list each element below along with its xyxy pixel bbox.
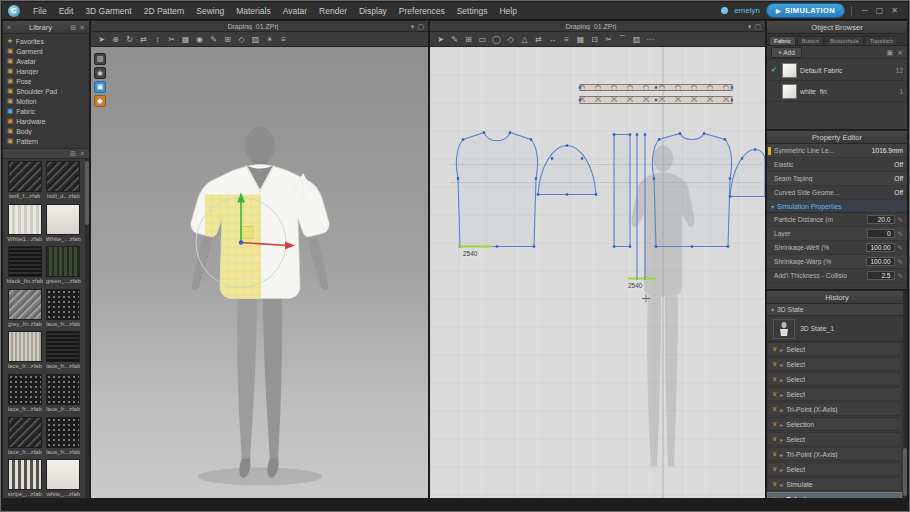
3d-state-item[interactable]: 3D State_1 bbox=[767, 316, 907, 342]
2d-pattern-canvas[interactable] bbox=[430, 47, 765, 498]
grading-tool-icon[interactable]: ≡ bbox=[560, 33, 573, 45]
grid-view-icon[interactable]: ⊞ bbox=[221, 33, 234, 45]
menu-item-sewing[interactable]: Sewing bbox=[190, 4, 230, 18]
library-scrollbar[interactable] bbox=[85, 159, 89, 498]
menu-item-2d-pattern[interactable]: 2D Pattern bbox=[138, 4, 191, 18]
property-row-shrinkage-weft[interactable]: Shrinkage-Weft (%100.00✎ bbox=[767, 241, 907, 255]
history-row[interactable]: ∨▸Select bbox=[767, 357, 902, 371]
history-row[interactable]: ∨▸Select bbox=[767, 462, 902, 476]
pin-tool-icon[interactable]: ◇ bbox=[235, 33, 248, 45]
3d-scene[interactable] bbox=[91, 47, 428, 498]
menu-item-edit[interactable]: Edit bbox=[53, 4, 80, 18]
camera-view-icon[interactable]: ◉ bbox=[193, 33, 206, 45]
tab-topstitch[interactable]: Topstitch bbox=[865, 36, 899, 45]
texture-view-icon[interactable]: ▨ bbox=[249, 33, 262, 45]
property-row-seam-taping[interactable]: Seam TapingOff bbox=[767, 172, 907, 186]
fabric-swatch[interactable]: White_...zfab bbox=[45, 204, 83, 245]
pin-panel-icon[interactable]: ⊞ bbox=[70, 24, 76, 31]
tab-fabric[interactable]: Fabric bbox=[769, 36, 796, 45]
history-row[interactable]: ∨▸Select bbox=[767, 342, 902, 356]
transform-pattern-icon[interactable]: ➤ bbox=[434, 33, 447, 45]
library-item-pattern[interactable]: ▣Pattern bbox=[3, 136, 89, 146]
rotate-gizmo-icon[interactable]: ↻ bbox=[123, 33, 136, 45]
property-row-symmetric-line-le[interactable]: Symmetric Line Le...1016.9mm bbox=[767, 144, 907, 158]
history-row[interactable]: ∨▸Select bbox=[767, 387, 902, 401]
library-item-garment[interactable]: ▣Garment bbox=[3, 46, 89, 56]
fabric-item-white-fin[interactable]: ✔white_fin1 bbox=[769, 81, 905, 102]
fabric-swatch[interactable]: white_...zfab bbox=[45, 459, 83, 498]
menu-item-avatar[interactable]: Avatar bbox=[277, 4, 313, 18]
pan-tool-icon[interactable]: ↕ bbox=[151, 33, 164, 45]
add-fabric-button[interactable]: + Add bbox=[771, 47, 802, 58]
viewport-float-icon[interactable]: ▢ bbox=[754, 23, 761, 30]
property-row-elastic[interactable]: ElasticOff bbox=[767, 158, 907, 172]
fabric-swatch[interactable]: stripe_...zfab bbox=[6, 459, 44, 498]
circle-tool-icon[interactable]: ◯ bbox=[490, 33, 503, 45]
delete-fabric-icon[interactable]: ✕ bbox=[897, 49, 903, 56]
simulation-button[interactable]: ▶ SIMULATION bbox=[766, 3, 845, 18]
more-tools-icon[interactable]: ≡ bbox=[277, 33, 290, 45]
tab-button[interactable]: Button bbox=[797, 36, 824, 45]
maximize-icon[interactable]: ▢ bbox=[872, 6, 888, 15]
menu-item-materials[interactable]: Materials bbox=[230, 4, 276, 18]
rectangle-tool-icon[interactable]: ▭ bbox=[476, 33, 489, 45]
cut-tool-icon[interactable]: ✂ bbox=[602, 33, 615, 45]
menu-item-help[interactable]: Help bbox=[493, 4, 522, 18]
texture-tool-icon[interactable]: ▨ bbox=[630, 33, 643, 45]
fabric-swatch[interactable]: twill_d...zfab bbox=[45, 161, 83, 202]
history-row[interactable]: ∨▸Select bbox=[767, 432, 902, 446]
scrollbar-thumb[interactable] bbox=[903, 448, 907, 496]
copy-fabric-icon[interactable]: ▣ bbox=[887, 49, 894, 56]
menu-item-render[interactable]: Render bbox=[313, 4, 353, 18]
minimize-icon[interactable]: ─ bbox=[858, 6, 872, 15]
edit-pencil-icon[interactable]: ✎ bbox=[898, 216, 903, 224]
history-scrollbar[interactable] bbox=[903, 291, 907, 498]
add-point-icon[interactable]: ⊞ bbox=[462, 33, 475, 45]
property-row-layer[interactable]: Layer0✎ bbox=[767, 227, 907, 241]
select-tool-icon[interactable]: ➤ bbox=[95, 33, 108, 45]
library-item-pose[interactable]: ▣Pose bbox=[3, 76, 89, 86]
property-value[interactable]: 100.00 bbox=[866, 243, 894, 252]
symmetry-tool-icon[interactable]: ⇄ bbox=[532, 33, 545, 45]
library-item-body[interactable]: ▣Body bbox=[3, 126, 89, 136]
fabric-view-icon[interactable]: ▦ bbox=[179, 33, 192, 45]
history-row[interactable]: ∨▸Simulate bbox=[767, 477, 902, 491]
viewport-float-icon[interactable]: ▢ bbox=[417, 23, 424, 30]
history-row[interactable]: ∨▸Tri-Point (X-Axis) bbox=[767, 402, 902, 416]
close-panel-icon[interactable]: ✕ bbox=[79, 24, 85, 31]
property-row-add-l-thickness-collisio[interactable]: Add'l Thickness - Collisio2.5✎ bbox=[767, 269, 907, 283]
property-value[interactable]: Off bbox=[894, 175, 903, 182]
edit-pencil-icon[interactable]: ✎ bbox=[898, 258, 903, 266]
property-value[interactable]: 20.0 bbox=[867, 215, 895, 224]
fabric-swatch[interactable]: black_fin.zfab bbox=[6, 246, 44, 287]
trace-tool-icon[interactable]: ⊡ bbox=[588, 33, 601, 45]
tab-buttonhole[interactable]: Buttonhole bbox=[825, 36, 864, 45]
menu-item-display[interactable]: Display bbox=[353, 4, 393, 18]
screen-layout-icon[interactable]: ▧ bbox=[94, 53, 106, 65]
viewport-3d-canvas[interactable]: ▧◉▣◆ bbox=[91, 47, 428, 498]
library-item-hanger[interactable]: ▣Hanger bbox=[3, 66, 89, 76]
fabric-swatch[interactable]: lace_fr...zfab bbox=[45, 417, 83, 458]
list-view-icon[interactable]: ≡ bbox=[80, 150, 84, 157]
pose-display-icon[interactable]: ◆ bbox=[94, 95, 106, 107]
measure-tool-icon[interactable]: ↔ bbox=[546, 33, 559, 45]
fabric-swatch[interactable]: White1...zfab bbox=[6, 204, 44, 245]
property-value[interactable]: Off bbox=[894, 189, 903, 196]
property-value[interactable]: Off bbox=[894, 161, 903, 168]
property-value[interactable]: 2.5 bbox=[867, 271, 895, 280]
property-value[interactable]: 100.00 bbox=[866, 257, 894, 266]
library-item-fabric[interactable]: ▣Fabric bbox=[3, 106, 89, 116]
history-row[interactable]: ∨▸Select bbox=[767, 372, 902, 386]
close-icon[interactable]: ✕ bbox=[887, 6, 902, 15]
fabric-swatch[interactable]: lace_fr...zfab bbox=[45, 374, 83, 415]
fabric-swatch[interactable]: lace_fr...zfab bbox=[6, 331, 44, 372]
fabric-swatch[interactable]: twill_f...zfab bbox=[6, 161, 44, 202]
app-logo-icon[interactable]: C bbox=[8, 5, 20, 17]
dart-tool-icon[interactable]: ◇ bbox=[504, 33, 517, 45]
username[interactable]: emelyn bbox=[734, 6, 760, 15]
edit-pattern-icon[interactable]: ✎ bbox=[448, 33, 461, 45]
history-row[interactable]: ∨▸Select bbox=[767, 492, 902, 498]
library-item-shoulder-pad[interactable]: ▣Shoulder Pad bbox=[3, 86, 89, 96]
scrollbar-thumb[interactable] bbox=[85, 161, 89, 225]
library-item-motion[interactable]: ▣Motion bbox=[3, 96, 89, 106]
